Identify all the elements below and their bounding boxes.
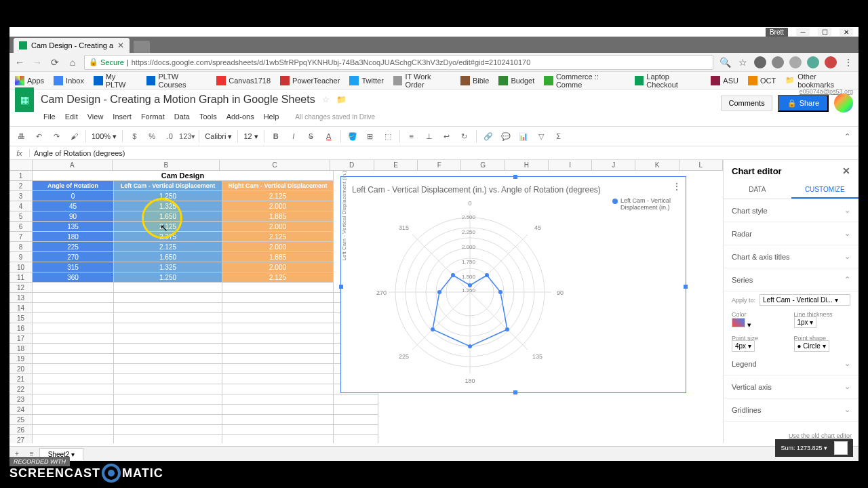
bm-inbox[interactable]: Inbox bbox=[54, 76, 84, 85]
old-editor-link[interactable]: Use the old chart editor bbox=[789, 432, 852, 439]
star-icon[interactable]: ☆ bbox=[736, 56, 749, 68]
section-gridlines[interactable]: Gridlines⌄ bbox=[724, 399, 859, 422]
section-chart-style[interactable]: Chart style⌄ bbox=[724, 199, 859, 222]
cell-left[interactable]: 1.250 bbox=[114, 191, 222, 201]
cell-left[interactable]: 2.125 bbox=[114, 242, 222, 252]
bold-icon[interactable]: B bbox=[270, 130, 282, 142]
cell-left[interactable]: 1.650 bbox=[114, 252, 222, 262]
document-title[interactable]: Cam Design - Creating a Motion Graph in … bbox=[41, 94, 315, 106]
bm-bible[interactable]: Bible bbox=[460, 76, 489, 85]
fill-icon[interactable]: 🪣 bbox=[347, 130, 359, 142]
cell-right[interactable]: 2.000 bbox=[222, 242, 334, 252]
cell-left[interactable]: 1.325 bbox=[114, 262, 222, 272]
strike-icon[interactable]: S̶ bbox=[305, 130, 317, 142]
minimize-button[interactable]: ─ bbox=[796, 28, 810, 36]
browser-tab[interactable]: Cam Design - Creating a ✕ bbox=[14, 38, 130, 53]
apply-to-select[interactable]: Left Cam - Vertical Di... ▾ bbox=[760, 294, 850, 306]
bm-budget[interactable]: Budget bbox=[498, 76, 534, 85]
cell-angle[interactable]: 0 bbox=[33, 191, 114, 201]
halign-icon[interactable]: ≡ bbox=[406, 130, 418, 142]
comments-button[interactable]: Comments bbox=[721, 96, 772, 110]
print-icon[interactable]: 🖶 bbox=[15, 130, 27, 142]
bm-powerteacher[interactable]: PowerTeacher bbox=[280, 76, 340, 85]
currency-icon[interactable]: $ bbox=[128, 130, 140, 142]
cell-left[interactable]: 1.325 bbox=[114, 201, 222, 211]
text-color-icon[interactable]: A bbox=[323, 130, 335, 142]
bm-oct[interactable]: OCT bbox=[748, 76, 776, 85]
point-shape-select[interactable]: ● Circle ▾ bbox=[794, 340, 829, 352]
col-header-i[interactable]: I bbox=[549, 160, 592, 170]
line-thickness-select[interactable]: 1px ▾ bbox=[794, 317, 817, 328]
section-legend[interactable]: Legend⌄ bbox=[724, 352, 859, 375]
cell-left[interactable]: 2.375 bbox=[114, 232, 222, 242]
cell-left[interactable]: 1.650 bbox=[114, 211, 222, 222]
cell-right[interactable]: 1.885 bbox=[222, 211, 334, 222]
sum-label[interactable]: Sum: 1273.825 ▾ bbox=[781, 445, 827, 451]
bm-twitter[interactable]: Twitter bbox=[349, 76, 383, 85]
col-header-b[interactable]: B bbox=[113, 160, 220, 170]
section-axis-titles[interactable]: Chart & axis titles⌄ bbox=[724, 245, 859, 268]
menu-icon[interactable]: ⋮ bbox=[842, 56, 854, 68]
cell-angle[interactable]: 360 bbox=[33, 272, 114, 283]
close-tab-icon[interactable]: ✕ bbox=[117, 41, 124, 50]
header-left[interactable]: Left Cam - Vertical Displacement (in.) bbox=[114, 181, 222, 191]
move-folder-icon[interactable]: 📁 bbox=[336, 95, 347, 104]
cell-angle[interactable]: 315 bbox=[33, 262, 114, 272]
col-header-d[interactable]: D bbox=[330, 160, 374, 170]
cell-angle[interactable]: 135 bbox=[33, 222, 114, 232]
col-header-g[interactable]: G bbox=[461, 160, 505, 170]
valign-icon[interactable]: ⊥ bbox=[423, 130, 435, 142]
reload-icon[interactable]: ⟳ bbox=[49, 56, 61, 68]
cell-right[interactable]: 2.000 bbox=[222, 201, 334, 211]
cell-left[interactable]: 1.250 bbox=[114, 272, 222, 283]
percent-icon[interactable]: % bbox=[146, 130, 158, 142]
cell-right[interactable]: 2.125 bbox=[222, 272, 334, 283]
cell-right[interactable]: 2.125 bbox=[222, 232, 334, 242]
col-header-a[interactable]: A bbox=[33, 160, 113, 170]
cell-angle[interactable]: 270 bbox=[33, 252, 114, 262]
borders-icon[interactable]: ⊞ bbox=[364, 130, 376, 142]
cell-angle[interactable]: 45 bbox=[33, 201, 114, 211]
comment-icon[interactable]: 💬 bbox=[500, 130, 512, 142]
menu-view[interactable]: View bbox=[87, 113, 104, 121]
col-header-k[interactable]: K bbox=[635, 160, 679, 170]
cell-left[interactable]: 2.125 bbox=[114, 222, 222, 232]
font-size-select[interactable]: 12 ▾ bbox=[243, 132, 258, 141]
undo-icon[interactable]: ↶ bbox=[33, 130, 45, 142]
collapse-toolbar-icon[interactable]: ⌃ bbox=[841, 130, 853, 142]
menu-edit[interactable]: Edit bbox=[65, 113, 78, 121]
redo-icon[interactable]: ↷ bbox=[50, 130, 62, 142]
cell-angle[interactable]: 180 bbox=[33, 232, 114, 242]
col-header-j[interactable]: J bbox=[592, 160, 635, 170]
bm-asu[interactable]: ASU bbox=[711, 76, 738, 85]
home-icon[interactable]: ⌂ bbox=[66, 56, 79, 68]
ext-green-icon[interactable] bbox=[807, 56, 819, 68]
chart-options-icon[interactable]: ⋮ bbox=[672, 181, 682, 192]
filter-icon[interactable]: ▽ bbox=[535, 130, 547, 142]
tab-data[interactable]: DATA bbox=[724, 182, 791, 199]
chart-icon[interactable]: 📊 bbox=[517, 130, 530, 142]
num-format-icon[interactable]: 123▾ bbox=[181, 130, 193, 142]
tab-customize[interactable]: CUSTOMIZE bbox=[791, 182, 859, 199]
menu-tools[interactable]: Tools bbox=[199, 113, 217, 121]
menu-data[interactable]: Data bbox=[174, 113, 190, 121]
bm-mypltw[interactable]: My PLTW bbox=[94, 73, 137, 89]
cell-right[interactable]: 1.885 bbox=[222, 252, 334, 262]
menu-addons[interactable]: Add-ons bbox=[226, 113, 254, 121]
formula-input[interactable]: Angle of Rotation (degrees) bbox=[30, 149, 859, 157]
ext-r-icon[interactable] bbox=[754, 56, 766, 68]
col-header-l[interactable]: L bbox=[679, 160, 723, 170]
wrap-icon[interactable]: ↩ bbox=[441, 130, 453, 142]
ext-circle-icon[interactable] bbox=[789, 56, 802, 68]
bm-commerce[interactable]: Commerce :: Comme bbox=[544, 73, 625, 89]
zoom-select[interactable]: 100% ▾ bbox=[92, 132, 117, 141]
new-tab-button[interactable] bbox=[134, 41, 150, 53]
font-select[interactable]: Calibri ▾ bbox=[205, 132, 232, 141]
bm-itwork[interactable]: IT Work Order bbox=[393, 73, 451, 89]
header-angle[interactable]: Angle of Rotation (degrees) bbox=[33, 181, 114, 191]
other-bookmarks[interactable]: 📁 Other bookmarks bbox=[785, 73, 853, 89]
section-radar[interactable]: Radar⌄ bbox=[724, 222, 859, 245]
close-editor-icon[interactable]: ✕ bbox=[842, 165, 850, 176]
forward-icon[interactable]: → bbox=[31, 56, 43, 68]
italic-icon[interactable]: I bbox=[288, 130, 300, 142]
